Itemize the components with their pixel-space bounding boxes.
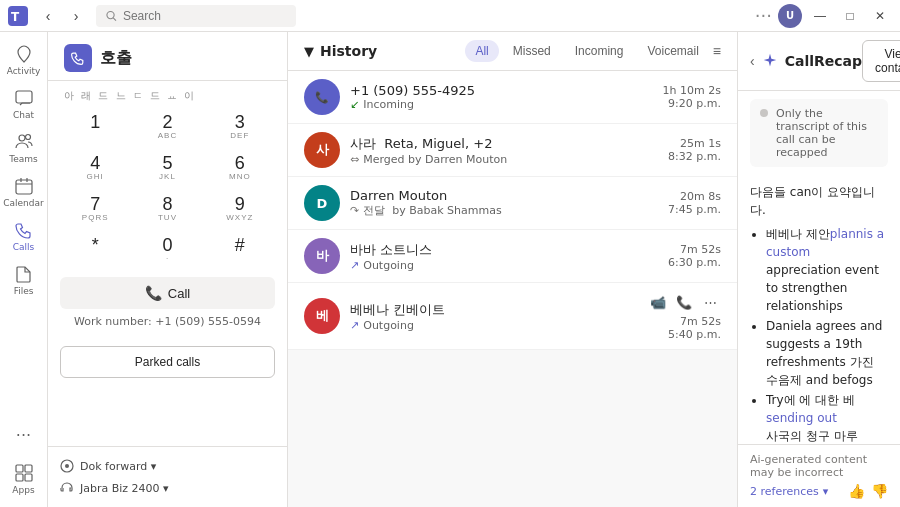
back-button[interactable]: ‹: [36, 4, 60, 28]
history-avatar: D: [304, 185, 340, 221]
dialpad-key-hash[interactable]: #: [205, 230, 275, 269]
sidebar-item-apps[interactable]: Apps: [4, 459, 44, 499]
titlebar-right: ··· U — □ ✕: [755, 4, 892, 28]
history-item-duration: 20m 8s: [668, 190, 721, 203]
minimize-button[interactable]: —: [808, 4, 832, 28]
jabra-item[interactable]: Jabra Biz 2400 ▾: [60, 477, 275, 499]
dialpad-key-6[interactable]: 6MNO: [205, 148, 275, 187]
ai-content: 다음들 can이 요약입니다. 베베나 제안plannis a custom a…: [738, 175, 900, 444]
dialpad-key-8[interactable]: 8TUV: [132, 189, 202, 228]
dialpad-display: 아 래 드 느 ㄷ 드 ㅛ 이: [64, 89, 196, 103]
history-header: ▼ History All Missed Incoming Voicemail …: [288, 32, 737, 71]
ai-bullet-3: Try에 에 대한 베 sending out 사국의 청구 마루 arrang…: [766, 391, 888, 444]
history-more-icon[interactable]: ⋯: [699, 291, 721, 313]
teams-label: Teams: [9, 154, 37, 164]
history-video-icon[interactable]: 📹: [647, 291, 669, 313]
calls-bottom: Dok forward ▾ Jabra Biz 2400 ▾: [48, 446, 287, 507]
activity-icon: [14, 44, 34, 64]
dialpad-key-4[interactable]: 4GHI: [60, 148, 130, 187]
parked-calls-button[interactable]: Parked calls: [60, 346, 275, 378]
svg-rect-4: [16, 91, 32, 103]
history-item-time: 8:32 p.m.: [668, 150, 721, 163]
outgoing-icon: ↗: [350, 259, 359, 272]
svg-rect-7: [16, 180, 32, 194]
history-item-time: 7:45 p.m.: [668, 203, 721, 216]
headset-icon: [60, 481, 74, 495]
call-button-label: Call: [168, 286, 190, 301]
ai-references-label: 2 references: [750, 485, 819, 498]
dialpad-key-0[interactable]: 0·: [132, 230, 202, 269]
svg-point-13: [65, 464, 69, 468]
more-menu-icon[interactable]: ···: [755, 5, 772, 26]
search-bar[interactable]: [96, 5, 296, 27]
history-item-time-col: 1h 10m 2s 9:20 p.m.: [663, 84, 721, 110]
filter-more-icon[interactable]: ≡: [713, 43, 721, 59]
history-item[interactable]: 베 베베나 킨베이트 ↗ Outgoing 📹 📞 ⋯ 7m 52s 5:: [288, 283, 737, 350]
filter-all[interactable]: All: [465, 40, 498, 62]
dialpad-key-1[interactable]: 1: [60, 107, 130, 146]
sidebar-item-activity[interactable]: Activity: [4, 40, 44, 80]
ai-panel: ‹ CallRecap View contacts ↗ Only the tra…: [738, 32, 900, 507]
sidebar-item-more[interactable]: ···: [4, 415, 44, 455]
incoming-icon: ↙: [350, 98, 359, 111]
calls-panel-icon: [64, 44, 92, 72]
history-item-time-col: 📹 📞 ⋯ 7m 52s 5:40 p.m.: [647, 291, 721, 341]
history-item-time-col: 25m 1s 8:32 p.m.: [668, 137, 721, 163]
view-contacts-button[interactable]: View contacts ↗: [862, 40, 900, 82]
chat-label: Chat: [13, 110, 34, 120]
dialpad-key-5[interactable]: 5JKL: [132, 148, 202, 187]
ai-back-button[interactable]: ‹: [750, 53, 755, 69]
dialpad-key-3[interactable]: 3DEF: [205, 107, 275, 146]
history-item[interactable]: 사 사라 Reta, Miguel, +2 ⇔ Merged by Darren…: [288, 124, 737, 177]
filter-voicemail[interactable]: Voicemail: [637, 40, 708, 62]
user-avatar[interactable]: U: [778, 4, 802, 28]
history-phone-icon[interactable]: 📞: [673, 291, 695, 313]
history-item[interactable]: 바 바바 소트니스 ↗ Outgoing 7m 52s 6:30 p.m.: [288, 230, 737, 283]
dialpad-key-2[interactable]: 2ABC: [132, 107, 202, 146]
thumbs-up-button[interactable]: 👍: [848, 483, 865, 499]
dialpad-key-star[interactable]: *: [60, 230, 130, 269]
sidebar-item-teams[interactable]: Teams: [4, 128, 44, 168]
ai-header-left: ‹ CallRecap: [750, 52, 862, 70]
calendar-label: Calendar: [3, 198, 43, 208]
dok-forward-item[interactable]: Dok forward ▾: [60, 455, 275, 477]
history-item-time: 9:20 p.m.: [663, 97, 721, 110]
files-label: Files: [14, 286, 34, 296]
ai-footer-row: 2 references ▾ 👍 👎: [750, 483, 888, 499]
history-item-info: Darren Mouton ↷ 전달 by Babak Shammas: [350, 188, 658, 218]
history-item[interactable]: D Darren Mouton ↷ 전달 by Babak Shammas 20…: [288, 177, 737, 230]
thumbs-down-button[interactable]: 👎: [871, 483, 888, 499]
history-item-sub: ⇔ Merged by Darren Mouton: [350, 153, 658, 166]
history-item-name: 베베나 킨베이트: [350, 301, 637, 319]
calls-icon: [14, 220, 34, 240]
sidebar-item-chat[interactable]: Chat: [4, 84, 44, 124]
sidebar-item-calendar[interactable]: Calendar: [4, 172, 44, 212]
outgoing-icon2: ↗: [350, 319, 359, 332]
maximize-button[interactable]: □: [838, 4, 862, 28]
ai-disclaimer: Ai-generated content may be incorrect: [750, 453, 888, 479]
sidebar-item-files[interactable]: Files: [4, 260, 44, 300]
sidebar: Activity Chat Teams Calendar: [0, 32, 48, 507]
call-button[interactable]: 📞 Call: [60, 277, 275, 309]
dialpad-section: 아 래 드 느 ㄷ 드 ㅛ 이 1 2ABC 3DEF 4GHI 5JKL 6M…: [48, 81, 287, 342]
history-avatar: 📞: [304, 79, 340, 115]
history-title-row: ▼ History: [304, 43, 377, 59]
close-button[interactable]: ✕: [868, 4, 892, 28]
forward-button[interactable]: ›: [64, 4, 88, 28]
dialpad-key-9[interactable]: 9WXYZ: [205, 189, 275, 228]
search-input[interactable]: [123, 9, 286, 23]
call-phone-icon: 📞: [145, 285, 162, 301]
history-collapse-icon[interactable]: ▼: [304, 44, 314, 59]
filter-missed[interactable]: Missed: [503, 40, 561, 62]
svg-point-6: [25, 135, 30, 140]
sidebar-item-calls[interactable]: Calls: [4, 216, 44, 256]
history-item[interactable]: 📞 +1 (509) 555-4925 ↙ Incoming 1h 10m 2s…: [288, 71, 737, 124]
history-item-info: 베베나 킨베이트 ↗ Outgoing: [350, 301, 637, 332]
apps-label: Apps: [12, 485, 34, 495]
ai-header: ‹ CallRecap View contacts ↗: [738, 32, 900, 91]
history-item-time-col: 7m 52s 6:30 p.m.: [668, 243, 721, 269]
dialpad-key-7[interactable]: 7PQRS: [60, 189, 130, 228]
filter-incoming[interactable]: Incoming: [565, 40, 634, 62]
history-item-name: 사라 Reta, Miguel, +2: [350, 135, 658, 153]
ai-references[interactable]: 2 references ▾: [750, 485, 828, 498]
